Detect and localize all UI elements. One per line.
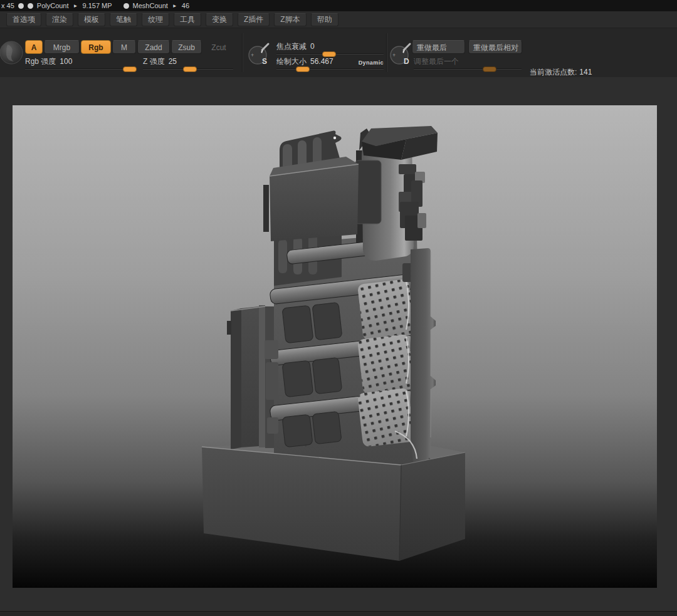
- status-bar: x 45 PolyCount ► 9.157 MP MeshCount ► 46: [0, 0, 677, 11]
- status-dot-icon: [123, 3, 129, 9]
- menu-template[interactable]: 模板: [78, 13, 105, 26]
- polycount-label: PolyCount: [37, 2, 69, 9]
- menu-zplugin[interactable]: Z插件: [238, 13, 270, 26]
- adjust-last-track[interactable]: [414, 68, 522, 70]
- redo-last-relative-button[interactable]: 重做最后相对: [468, 40, 522, 54]
- svg-text:S: S: [262, 57, 267, 66]
- zbrush-app-window: x 45 PolyCount ► 9.157 MP MeshCount ► 46…: [0, 0, 677, 616]
- active-points-row: 当前激活点数:141: [530, 67, 592, 77]
- rgb-button[interactable]: Rgb: [81, 40, 111, 54]
- redo-last-button[interactable]: 重做最后: [412, 40, 465, 54]
- menu-bar: 首选项 渲染 模板 笔触 纹理 工具 变换 Z插件 Z脚本 帮助: [0, 11, 677, 28]
- menu-render[interactable]: 渲染: [46, 13, 73, 26]
- a-mode-button[interactable]: A: [25, 40, 43, 54]
- status-dot-icon: [28, 3, 33, 9]
- focal-shift-slider[interactable]: 焦点衰减0: [276, 42, 384, 56]
- focal-shift-label: 焦点衰减: [276, 42, 307, 51]
- bottom-strip: [0, 612, 677, 616]
- sculpt-viewport[interactable]: [13, 105, 657, 588]
- menu-help[interactable]: 帮助: [311, 13, 338, 26]
- active-points-label: 当前激活点数:: [530, 68, 577, 76]
- adjust-last-label: 调整最后一个: [414, 57, 459, 66]
- z-intensity-label: Z 强度: [143, 57, 165, 66]
- depth-curve-icon[interactable]: + D: [389, 42, 415, 68]
- active-points-value: 141: [579, 68, 592, 76]
- status-prefix: x 45: [1, 2, 14, 9]
- menu-tool[interactable]: 工具: [174, 13, 201, 26]
- z-intensity-slider[interactable]: Z 强度25: [143, 57, 233, 71]
- stroke-curve-icon[interactable]: + S: [247, 42, 273, 68]
- meshcount-label: MeshCount: [133, 2, 168, 9]
- rgb-intensity-track[interactable]: [25, 68, 137, 70]
- rgb-intensity-slider[interactable]: Rgb 强度100: [25, 57, 137, 71]
- adjust-last-handle[interactable]: [483, 66, 496, 72]
- viewport-render: [13, 105, 657, 588]
- dynamic-mode-label[interactable]: Dynamic: [359, 58, 384, 67]
- workspace: [0, 77, 677, 616]
- m-button[interactable]: M: [112, 40, 136, 54]
- menu-zscript[interactable]: Z脚本: [274, 13, 306, 26]
- zcut-button[interactable]: Zcut: [204, 40, 233, 54]
- focal-shift-value: 0: [310, 42, 315, 51]
- menu-stroke[interactable]: 笔触: [110, 13, 137, 26]
- zsub-button[interactable]: Zsub: [171, 40, 202, 54]
- arrow-right-icon: ►: [73, 3, 78, 9]
- status-dot-icon: [18, 3, 24, 9]
- polycount-value: 9.157 MP: [82, 2, 112, 9]
- draw-size-label: 绘制大小: [276, 57, 307, 66]
- z-intensity-handle[interactable]: [183, 66, 197, 72]
- draw-size-value: 56.467: [310, 57, 333, 66]
- menu-texture[interactable]: 纹理: [142, 13, 169, 26]
- draw-size-handle[interactable]: [296, 66, 310, 72]
- toolbar-divider: [386, 33, 387, 72]
- toolbar-divider: [242, 33, 243, 72]
- svg-text:+: +: [251, 52, 254, 58]
- top-shelf-toolbar: A Mrgb Rgb M Zadd Zsub Zcut Rgb 强度100 Z …: [0, 28, 677, 77]
- z-intensity-value: 25: [169, 57, 177, 66]
- menu-transform[interactable]: 变换: [206, 13, 233, 26]
- menu-preferences[interactable]: 首选项: [6, 13, 41, 26]
- rgb-intensity-handle[interactable]: [123, 66, 137, 72]
- mrgb-button[interactable]: Mrgb: [44, 40, 80, 54]
- model-front-box: [263, 157, 359, 241]
- svg-text:D: D: [404, 57, 409, 66]
- zadd-button[interactable]: Zadd: [137, 40, 170, 54]
- draw-size-slider[interactable]: 绘制大小56.467 Dynamic: [276, 57, 384, 71]
- adjust-last-slider[interactable]: 调整最后一个: [414, 57, 522, 71]
- rgb-intensity-value: 100: [60, 57, 72, 66]
- arrow-right-icon: ►: [172, 3, 177, 9]
- draw-size-track[interactable]: [276, 68, 384, 70]
- model-vent-panels: [357, 279, 414, 447]
- focal-shift-handle[interactable]: [322, 51, 336, 57]
- meshcount-value: 46: [182, 2, 189, 9]
- material-preview-sphere[interactable]: [0, 39, 25, 66]
- rgb-intensity-label: Rgb 强度: [25, 57, 56, 66]
- svg-text:+: +: [392, 52, 396, 58]
